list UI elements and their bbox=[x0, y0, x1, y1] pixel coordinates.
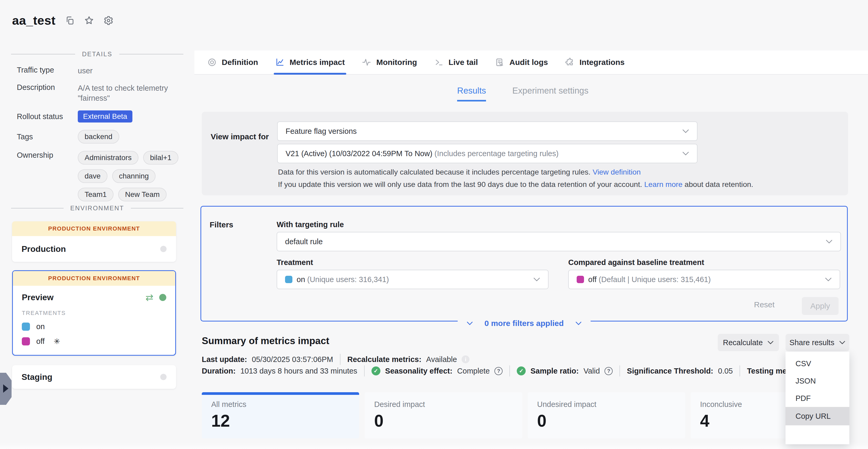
owner-pill[interactable]: channing bbox=[112, 169, 156, 183]
star-icon[interactable] bbox=[84, 16, 94, 26]
owner-pill[interactable]: New Team bbox=[118, 188, 166, 201]
sidebar-collapse-handle[interactable] bbox=[0, 373, 11, 405]
auto-calc-note: Data for this version is automatically c… bbox=[278, 168, 641, 176]
swap-arrows-icon: ⇄ bbox=[146, 293, 153, 302]
check-circle-icon: ✓ bbox=[517, 366, 526, 376]
line-chart-icon bbox=[275, 58, 284, 67]
subtab-results[interactable]: Results bbox=[457, 86, 486, 101]
seasonality-value: Complete bbox=[457, 367, 490, 376]
significance-value: 0.05 bbox=[718, 367, 733, 376]
menu-item-json[interactable]: JSON bbox=[785, 372, 849, 390]
version-type-dropdown[interactable]: Feature flag versions bbox=[277, 121, 698, 141]
metric-card-value: 0 bbox=[537, 413, 676, 429]
metric-card-desired-impact[interactable]: Desired impact 0 bbox=[365, 392, 522, 439]
tab-label: Definition bbox=[222, 58, 258, 67]
tab-label: Metrics impact bbox=[289, 58, 345, 67]
page-title: aa_test bbox=[12, 13, 56, 28]
details-panel: Traffic type user Description A/A test t… bbox=[17, 66, 182, 209]
version-value: V21 (Active) (10/03/2022 04:59PM To Now) bbox=[285, 149, 432, 158]
owner-pill[interactable]: bilal+1 bbox=[143, 151, 178, 164]
tab-label: Live tail bbox=[448, 58, 478, 67]
menu-item-csv[interactable]: CSV bbox=[785, 355, 849, 372]
treatment-dropdown[interactable]: on (Unique users: 316,341) bbox=[277, 270, 549, 289]
metric-card-label: Undesired impact bbox=[537, 400, 676, 409]
ownership-label: Ownership bbox=[17, 151, 78, 201]
chevron-down-icon bbox=[575, 322, 582, 325]
owner-pill[interactable]: dave bbox=[78, 169, 107, 183]
significance-label: Significance Threshold: bbox=[627, 367, 713, 376]
filters-label: Filters bbox=[210, 220, 233, 229]
learn-more-link[interactable]: Learn more bbox=[644, 180, 683, 188]
metric-summary-cards: All metrics 12 Desired impact 0 Undesire… bbox=[202, 392, 848, 439]
share-results-button[interactable]: Share results bbox=[785, 334, 849, 351]
share-results-menu: CSV JSON PDF Copy URL bbox=[785, 352, 849, 444]
recalculate-metrics-value: Available bbox=[426, 355, 457, 364]
rollout-status-badge[interactable]: External Beta bbox=[78, 111, 132, 122]
treatment-swatch-on bbox=[285, 276, 292, 283]
divider bbox=[619, 365, 620, 377]
chevron-down-icon bbox=[682, 151, 689, 156]
duration-label: Duration: bbox=[202, 367, 236, 376]
chevron-down-icon bbox=[467, 322, 473, 325]
bottom-fade bbox=[0, 443, 868, 449]
divider bbox=[509, 365, 510, 377]
results-subtabs: Results Experiment settings bbox=[194, 86, 851, 101]
help-icon[interactable]: ? bbox=[604, 367, 613, 375]
ownership-row: Ownership Administrators bilal+1 dave ch… bbox=[17, 151, 182, 201]
metric-card-label: Desired impact bbox=[374, 400, 513, 409]
gear-icon[interactable] bbox=[103, 16, 114, 26]
experiment-page: aa_test DETAILS Traffic type user Descri… bbox=[0, 0, 868, 449]
metric-card-all-metrics[interactable]: All metrics 12 bbox=[202, 392, 359, 439]
tag-pill[interactable]: backend bbox=[78, 130, 119, 144]
baseline-value: off bbox=[588, 275, 597, 284]
version-dropdown[interactable]: V21 (Active) (10/03/2022 04:59PM To Now)… bbox=[277, 144, 698, 163]
page-header: aa_test bbox=[12, 13, 114, 28]
environment-card-staging[interactable]: Staging bbox=[12, 365, 176, 389]
description-value: A/A test to check telemetry "fairness" bbox=[78, 83, 182, 103]
environment-card-preview[interactable]: PRODUCTION ENVIRONMENT Preview ⇄ TREATME… bbox=[12, 270, 176, 356]
treatment-item-off: off ✳ bbox=[22, 337, 166, 346]
rollout-status-row: Rollout status External Beta bbox=[17, 111, 182, 122]
view-definition-link[interactable]: View definition bbox=[593, 168, 641, 176]
environment-card-production[interactable]: PRODUCTION ENVIRONMENT Production bbox=[12, 221, 176, 262]
owner-pill[interactable]: Administrators bbox=[78, 151, 138, 164]
treatment-detail: (Unique users: 316,341) bbox=[307, 275, 389, 284]
menu-item-copy-url[interactable]: Copy URL bbox=[785, 407, 849, 425]
help-icon[interactable]: ? bbox=[494, 367, 502, 375]
metric-card-undesired-impact[interactable]: Undesired impact 0 bbox=[528, 392, 685, 439]
share-results-button-label: Share results bbox=[789, 338, 834, 347]
tab-monitoring[interactable]: Monitoring bbox=[362, 51, 417, 74]
tab-definition[interactable]: Definition bbox=[208, 51, 258, 74]
targeting-rule-dropdown[interactable]: default rule bbox=[277, 232, 841, 251]
info-icon[interactable]: i bbox=[462, 355, 469, 363]
subtab-experiment-settings[interactable]: Experiment settings bbox=[512, 86, 588, 101]
recalculate-button[interactable]: Recalculate bbox=[718, 334, 779, 351]
metric-card-value: 0 bbox=[374, 413, 513, 429]
tab-audit-logs[interactable]: Audit logs bbox=[495, 51, 548, 74]
auto-calc-note-text: Data for this version is automatically c… bbox=[278, 168, 591, 176]
apply-button[interactable]: Apply bbox=[802, 297, 839, 315]
tags-row: Tags backend bbox=[17, 130, 182, 144]
treatment-name: on bbox=[36, 322, 45, 331]
targeting-rule-value: default rule bbox=[285, 237, 323, 246]
more-filters-toggle[interactable]: 0 more filters applied bbox=[458, 319, 591, 328]
divider bbox=[340, 354, 340, 365]
chevron-down-icon bbox=[533, 277, 540, 281]
copy-icon[interactable] bbox=[65, 16, 74, 25]
tab-live-tail[interactable]: Live tail bbox=[434, 51, 478, 74]
menu-item-pdf[interactable]: PDF bbox=[785, 390, 849, 407]
tab-integrations[interactable]: Integrations bbox=[565, 51, 625, 74]
reset-button[interactable]: Reset bbox=[754, 300, 774, 309]
view-impact-panel: View impact for Feature flag versions V2… bbox=[202, 112, 848, 195]
version-type-value: Feature flag versions bbox=[285, 127, 357, 136]
owner-pill[interactable]: Team1 bbox=[78, 188, 114, 201]
tab-label: Monitoring bbox=[376, 58, 417, 67]
recalculate-metrics-label: Recalculate metrics: bbox=[347, 355, 422, 364]
puzzle-icon bbox=[565, 58, 574, 67]
tab-metrics-impact[interactable]: Metrics impact bbox=[275, 51, 345, 74]
more-filters-label: 0 more filters applied bbox=[485, 319, 564, 328]
version-note: (Includes percentage targeting rules) bbox=[435, 149, 559, 158]
treatment-swatch-off bbox=[22, 337, 30, 346]
baseline-dropdown[interactable]: off (Default | Unique users: 315,461) bbox=[568, 270, 840, 289]
tags-label: Tags bbox=[17, 132, 78, 141]
